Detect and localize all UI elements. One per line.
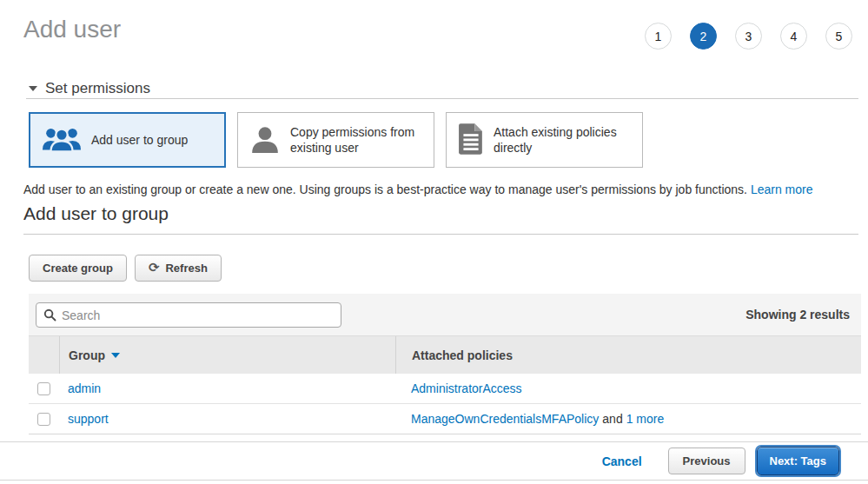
table-actions: Create group ⟳ Refresh <box>29 255 222 282</box>
learn-more-link[interactable]: Learn more <box>751 182 813 196</box>
results-count: Showing 2 results <box>745 308 850 322</box>
document-icon <box>458 123 484 157</box>
card-label: Copy permissions from existing user <box>290 124 434 156</box>
subsection-title: Add user to group <box>23 203 169 224</box>
step-5: 5 <box>825 23 852 50</box>
refresh-label: Refresh <box>165 262 207 275</box>
subsection-divider <box>23 234 858 235</box>
section-title: Set permissions <box>45 80 150 97</box>
header-group-column[interactable]: Group <box>59 336 395 374</box>
checkbox-cell <box>29 374 59 403</box>
search-icon <box>43 308 56 322</box>
header-policies-column: Attached policies <box>395 336 861 374</box>
refresh-button[interactable]: ⟳ Refresh <box>135 255 222 282</box>
card-add-user-to-group[interactable]: Add user to group <box>29 112 226 168</box>
policies-column-label: Attached policies <box>412 348 513 362</box>
row-checkbox-admin[interactable] <box>37 382 50 395</box>
section-divider <box>26 98 858 99</box>
section-description: Add user to an existing group or create … <box>23 182 812 196</box>
policy-link[interactable]: AdministratorAccess <box>411 381 522 395</box>
step-1: 1 <box>645 23 672 50</box>
next-tags-button[interactable]: Next: Tags <box>757 447 840 475</box>
policies-cell: AdministratorAccess <box>395 374 861 403</box>
card-attach-policies[interactable]: Attach existing policies directly <box>446 112 643 168</box>
cancel-button[interactable]: Cancel <box>602 454 642 468</box>
wizard-footer: Cancel Previous Next: Tags <box>0 441 868 481</box>
create-group-button[interactable]: Create group <box>29 255 127 282</box>
more-policies-link[interactable]: 1 more <box>626 412 665 426</box>
user-group-icon <box>42 125 82 156</box>
search-input[interactable] <box>62 308 334 322</box>
card-copy-permissions[interactable]: Copy permissions from existing user <box>237 112 434 168</box>
table-row-admin: admin AdministratorAccess <box>29 374 861 404</box>
header-checkbox-cell <box>29 336 59 374</box>
step-4: 4 <box>780 23 807 50</box>
group-link-support[interactable]: support <box>68 412 109 426</box>
wizard-steps: 1 2 3 4 5 <box>645 23 852 50</box>
create-group-label: Create group <box>43 262 113 275</box>
group-cell: admin <box>59 374 395 403</box>
set-permissions-section-toggle[interactable]: Set permissions <box>29 80 150 97</box>
groups-table: Showing 2 results Group Attached policie… <box>29 294 861 434</box>
refresh-icon: ⟳ <box>149 262 160 274</box>
step-3: 3 <box>735 23 762 50</box>
card-label: Attach existing policies directly <box>494 124 642 156</box>
group-link-admin[interactable]: admin <box>68 381 101 395</box>
permission-option-cards: Add user to group Copy permissions from … <box>29 112 643 168</box>
step-2-active: 2 <box>690 23 717 50</box>
table-header-row: Group Attached policies <box>29 335 861 374</box>
policies-joiner-text: and <box>602 412 622 426</box>
description-text: Add user to an existing group or create … <box>23 182 747 196</box>
user-icon <box>249 123 281 157</box>
policy-link[interactable]: ManageOwnCredentialsMFAPolicy <box>411 412 599 426</box>
previous-button[interactable]: Previous <box>668 448 745 474</box>
table-row-support: support ManageOwnCredentialsMFAPolicy an… <box>29 404 861 434</box>
row-checkbox-support[interactable] <box>37 413 50 426</box>
checkbox-cell <box>29 404 59 434</box>
group-cell: support <box>59 404 395 434</box>
search-box[interactable] <box>36 302 341 328</box>
sort-descending-icon <box>111 353 120 358</box>
table-toolbar: Showing 2 results <box>29 294 861 335</box>
group-column-label: Group <box>69 348 105 362</box>
card-label: Add user to group <box>91 132 195 148</box>
policies-cell: ManageOwnCredentialsMFAPolicy and 1 more <box>395 404 861 434</box>
collapse-triangle-icon <box>29 86 37 91</box>
page-title: Add user <box>23 16 121 43</box>
